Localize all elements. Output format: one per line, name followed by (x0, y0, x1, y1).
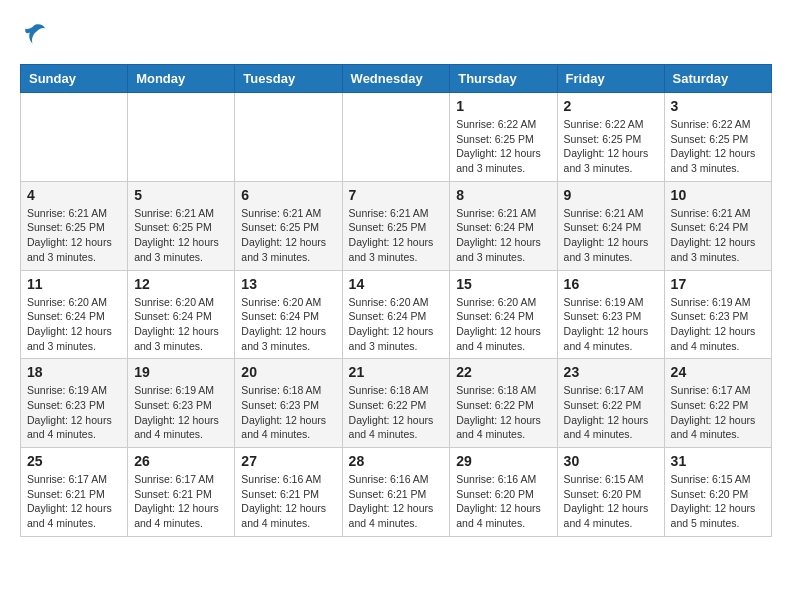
day-number: 2 (564, 98, 658, 114)
day-number: 7 (349, 187, 444, 203)
day-of-week-header: Thursday (450, 65, 557, 93)
calendar-week-row: 4Sunrise: 6:21 AM Sunset: 6:25 PM Daylig… (21, 181, 772, 270)
calendar-cell (342, 93, 450, 182)
day-info: Sunrise: 6:21 AM Sunset: 6:24 PM Dayligh… (671, 206, 765, 265)
day-number: 21 (349, 364, 444, 380)
calendar-cell: 17Sunrise: 6:19 AM Sunset: 6:23 PM Dayli… (664, 270, 771, 359)
calendar-cell (21, 93, 128, 182)
calendar-cell: 31Sunrise: 6:15 AM Sunset: 6:20 PM Dayli… (664, 448, 771, 537)
day-info: Sunrise: 6:15 AM Sunset: 6:20 PM Dayligh… (564, 472, 658, 531)
day-info: Sunrise: 6:21 AM Sunset: 6:25 PM Dayligh… (349, 206, 444, 265)
calendar-cell: 23Sunrise: 6:17 AM Sunset: 6:22 PM Dayli… (557, 359, 664, 448)
day-number: 23 (564, 364, 658, 380)
calendar-week-row: 18Sunrise: 6:19 AM Sunset: 6:23 PM Dayli… (21, 359, 772, 448)
day-number: 5 (134, 187, 228, 203)
calendar-cell: 10Sunrise: 6:21 AM Sunset: 6:24 PM Dayli… (664, 181, 771, 270)
day-info: Sunrise: 6:17 AM Sunset: 6:21 PM Dayligh… (134, 472, 228, 531)
calendar-week-row: 11Sunrise: 6:20 AM Sunset: 6:24 PM Dayli… (21, 270, 772, 359)
day-info: Sunrise: 6:21 AM Sunset: 6:25 PM Dayligh… (134, 206, 228, 265)
day-number: 6 (241, 187, 335, 203)
calendar-cell: 13Sunrise: 6:20 AM Sunset: 6:24 PM Dayli… (235, 270, 342, 359)
day-info: Sunrise: 6:20 AM Sunset: 6:24 PM Dayligh… (456, 295, 550, 354)
day-number: 18 (27, 364, 121, 380)
calendar-cell: 28Sunrise: 6:16 AM Sunset: 6:21 PM Dayli… (342, 448, 450, 537)
calendar-cell: 25Sunrise: 6:17 AM Sunset: 6:21 PM Dayli… (21, 448, 128, 537)
day-info: Sunrise: 6:19 AM Sunset: 6:23 PM Dayligh… (27, 383, 121, 442)
logo (20, 20, 52, 48)
day-info: Sunrise: 6:20 AM Sunset: 6:24 PM Dayligh… (134, 295, 228, 354)
day-number: 4 (27, 187, 121, 203)
day-number: 13 (241, 276, 335, 292)
day-info: Sunrise: 6:19 AM Sunset: 6:23 PM Dayligh… (134, 383, 228, 442)
day-number: 26 (134, 453, 228, 469)
day-of-week-header: Friday (557, 65, 664, 93)
day-number: 31 (671, 453, 765, 469)
day-info: Sunrise: 6:18 AM Sunset: 6:22 PM Dayligh… (456, 383, 550, 442)
calendar-table: SundayMondayTuesdayWednesdayThursdayFrid… (20, 64, 772, 537)
day-number: 22 (456, 364, 550, 380)
calendar-cell: 7Sunrise: 6:21 AM Sunset: 6:25 PM Daylig… (342, 181, 450, 270)
calendar-cell: 5Sunrise: 6:21 AM Sunset: 6:25 PM Daylig… (128, 181, 235, 270)
calendar-cell: 30Sunrise: 6:15 AM Sunset: 6:20 PM Dayli… (557, 448, 664, 537)
day-of-week-header: Tuesday (235, 65, 342, 93)
calendar-cell: 14Sunrise: 6:20 AM Sunset: 6:24 PM Dayli… (342, 270, 450, 359)
day-number: 29 (456, 453, 550, 469)
day-info: Sunrise: 6:15 AM Sunset: 6:20 PM Dayligh… (671, 472, 765, 531)
calendar-cell: 3Sunrise: 6:22 AM Sunset: 6:25 PM Daylig… (664, 93, 771, 182)
calendar-cell: 18Sunrise: 6:19 AM Sunset: 6:23 PM Dayli… (21, 359, 128, 448)
day-info: Sunrise: 6:18 AM Sunset: 6:22 PM Dayligh… (349, 383, 444, 442)
day-number: 12 (134, 276, 228, 292)
day-number: 15 (456, 276, 550, 292)
calendar-cell: 12Sunrise: 6:20 AM Sunset: 6:24 PM Dayli… (128, 270, 235, 359)
day-number: 20 (241, 364, 335, 380)
day-info: Sunrise: 6:16 AM Sunset: 6:20 PM Dayligh… (456, 472, 550, 531)
day-of-week-header: Sunday (21, 65, 128, 93)
day-info: Sunrise: 6:16 AM Sunset: 6:21 PM Dayligh… (241, 472, 335, 531)
day-info: Sunrise: 6:20 AM Sunset: 6:24 PM Dayligh… (27, 295, 121, 354)
calendar-cell: 9Sunrise: 6:21 AM Sunset: 6:24 PM Daylig… (557, 181, 664, 270)
day-of-week-header: Wednesday (342, 65, 450, 93)
calendar-week-row: 1Sunrise: 6:22 AM Sunset: 6:25 PM Daylig… (21, 93, 772, 182)
day-info: Sunrise: 6:20 AM Sunset: 6:24 PM Dayligh… (349, 295, 444, 354)
day-info: Sunrise: 6:20 AM Sunset: 6:24 PM Dayligh… (241, 295, 335, 354)
day-of-week-header: Saturday (664, 65, 771, 93)
calendar-cell: 4Sunrise: 6:21 AM Sunset: 6:25 PM Daylig… (21, 181, 128, 270)
calendar-cell: 27Sunrise: 6:16 AM Sunset: 6:21 PM Dayli… (235, 448, 342, 537)
day-number: 27 (241, 453, 335, 469)
day-info: Sunrise: 6:18 AM Sunset: 6:23 PM Dayligh… (241, 383, 335, 442)
calendar-cell: 29Sunrise: 6:16 AM Sunset: 6:20 PM Dayli… (450, 448, 557, 537)
calendar-cell: 20Sunrise: 6:18 AM Sunset: 6:23 PM Dayli… (235, 359, 342, 448)
logo-bird-icon (20, 20, 48, 48)
day-number: 17 (671, 276, 765, 292)
day-number: 3 (671, 98, 765, 114)
day-of-week-header: Monday (128, 65, 235, 93)
day-info: Sunrise: 6:21 AM Sunset: 6:25 PM Dayligh… (27, 206, 121, 265)
day-info: Sunrise: 6:21 AM Sunset: 6:25 PM Dayligh… (241, 206, 335, 265)
calendar-cell: 2Sunrise: 6:22 AM Sunset: 6:25 PM Daylig… (557, 93, 664, 182)
calendar-cell: 26Sunrise: 6:17 AM Sunset: 6:21 PM Dayli… (128, 448, 235, 537)
day-number: 28 (349, 453, 444, 469)
day-info: Sunrise: 6:19 AM Sunset: 6:23 PM Dayligh… (564, 295, 658, 354)
day-number: 25 (27, 453, 121, 469)
calendar-cell: 15Sunrise: 6:20 AM Sunset: 6:24 PM Dayli… (450, 270, 557, 359)
calendar-cell: 22Sunrise: 6:18 AM Sunset: 6:22 PM Dayli… (450, 359, 557, 448)
day-info: Sunrise: 6:17 AM Sunset: 6:22 PM Dayligh… (564, 383, 658, 442)
calendar-cell: 19Sunrise: 6:19 AM Sunset: 6:23 PM Dayli… (128, 359, 235, 448)
day-number: 19 (134, 364, 228, 380)
calendar-cell: 6Sunrise: 6:21 AM Sunset: 6:25 PM Daylig… (235, 181, 342, 270)
day-number: 11 (27, 276, 121, 292)
calendar-cell: 24Sunrise: 6:17 AM Sunset: 6:22 PM Dayli… (664, 359, 771, 448)
calendar-cell: 1Sunrise: 6:22 AM Sunset: 6:25 PM Daylig… (450, 93, 557, 182)
day-info: Sunrise: 6:22 AM Sunset: 6:25 PM Dayligh… (671, 117, 765, 176)
calendar-cell: 21Sunrise: 6:18 AM Sunset: 6:22 PM Dayli… (342, 359, 450, 448)
calendar-cell (128, 93, 235, 182)
calendar-cell (235, 93, 342, 182)
calendar-cell: 8Sunrise: 6:21 AM Sunset: 6:24 PM Daylig… (450, 181, 557, 270)
day-number: 30 (564, 453, 658, 469)
day-info: Sunrise: 6:22 AM Sunset: 6:25 PM Dayligh… (564, 117, 658, 176)
day-info: Sunrise: 6:22 AM Sunset: 6:25 PM Dayligh… (456, 117, 550, 176)
day-number: 1 (456, 98, 550, 114)
day-info: Sunrise: 6:21 AM Sunset: 6:24 PM Dayligh… (456, 206, 550, 265)
day-number: 24 (671, 364, 765, 380)
calendar-week-row: 25Sunrise: 6:17 AM Sunset: 6:21 PM Dayli… (21, 448, 772, 537)
